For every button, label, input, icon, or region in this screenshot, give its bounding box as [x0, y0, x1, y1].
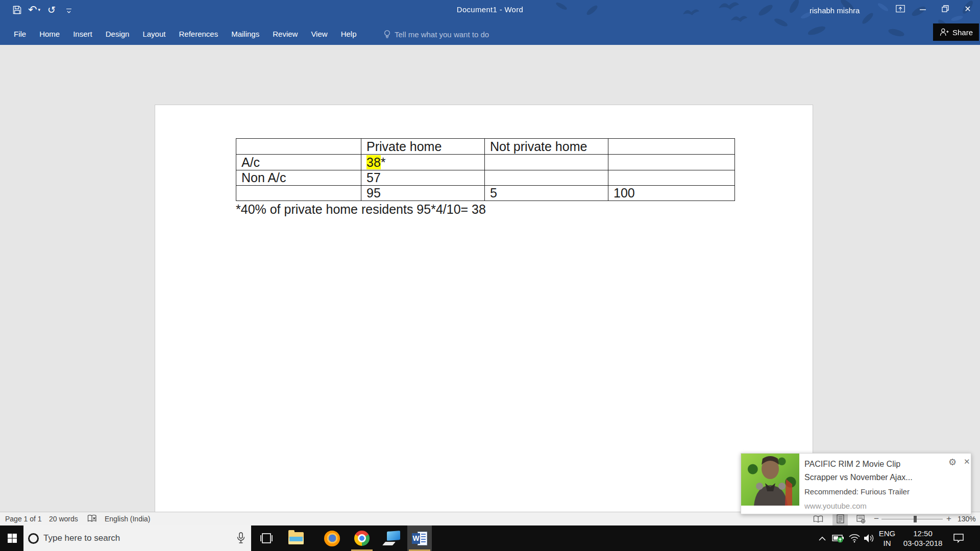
share-label: Share [952, 28, 973, 37]
action-center-button[interactable] [948, 525, 969, 551]
table-cell[interactable] [608, 139, 735, 155]
computer-button[interactable] [380, 525, 404, 551]
table-cell[interactable] [485, 155, 608, 170]
minimize-icon [920, 6, 926, 12]
tab-references[interactable]: References [172, 26, 225, 43]
table-cell-private-home-header[interactable]: Private home [361, 139, 485, 155]
proofing-errors-icon[interactable] [87, 514, 97, 524]
restore-button[interactable] [934, 0, 957, 17]
read-mode-icon [813, 515, 823, 523]
table-cell[interactable] [608, 155, 735, 170]
wifi-icon [849, 534, 860, 543]
lightbulb-icon [384, 30, 390, 39]
search-input[interactable] [43, 533, 212, 543]
tray-overflow-button[interactable] [816, 525, 829, 551]
document-area [0, 45, 980, 512]
word-app-icon: W [412, 532, 427, 545]
table-cell[interactable] [608, 170, 735, 186]
table-row: Non A/c 57 [236, 170, 735, 186]
chevron-up-icon [819, 536, 826, 541]
firefox-icon [324, 531, 340, 546]
speaker-icon [863, 533, 875, 543]
tab-layout[interactable]: Layout [136, 26, 172, 43]
share-button[interactable]: Share [933, 23, 979, 41]
task-view-icon [260, 532, 273, 544]
tab-review[interactable]: Review [266, 26, 304, 43]
table-cell-non-ac-value[interactable]: 57 [361, 170, 485, 186]
tell-me-label: Tell me what you want to do [395, 30, 489, 39]
computer-icon [384, 531, 400, 545]
table-cell-grand-total[interactable]: 100 [608, 186, 735, 201]
tab-help[interactable]: Help [334, 26, 363, 43]
table-cell-ac-label[interactable]: A/c [236, 155, 361, 170]
word-titlebar: ↶ ▾ ↺ Document1 - Word rishabh mishra [0, 0, 980, 45]
battery-status-button[interactable] [831, 525, 846, 551]
battery-charging-icon [832, 533, 845, 543]
chrome-notification[interactable]: PACIFIC RIM 2 Movie Clip Scrapper vs Nov… [741, 453, 971, 514]
ribbon-display-options-button[interactable] [889, 0, 912, 17]
tray-time: 12:50 [913, 529, 933, 538]
table-row: A/c 38* [236, 155, 735, 170]
wifi-status-button[interactable] [847, 525, 862, 551]
chrome-icon [354, 531, 370, 546]
table-cell-ac-value[interactable]: 38* [361, 155, 485, 170]
tab-design[interactable]: Design [99, 26, 136, 43]
non-ac-text: Non A/c [241, 170, 286, 185]
ribbon-tabs: File Home Insert Design Layout Reference… [7, 26, 363, 43]
volume-button[interactable] [862, 525, 877, 551]
word-count[interactable]: 20 words [49, 512, 78, 525]
notification-source: www.youtube.com [804, 502, 867, 510]
task-view-button[interactable] [254, 525, 279, 551]
notification-settings-icon[interactable]: ⚙ [948, 457, 957, 467]
table-cell-total-private[interactable]: 95 [361, 186, 485, 201]
microphone-icon[interactable] [237, 532, 245, 546]
table-row: Private home Not private home [236, 139, 735, 155]
footnote-text[interactable]: *40% of private home residents 95*4/10= … [236, 202, 486, 217]
table-cell[interactable] [236, 139, 361, 155]
start-button[interactable] [0, 525, 24, 551]
minimize-button[interactable] [912, 0, 934, 17]
web-layout-icon [856, 515, 866, 523]
table-cell[interactable] [236, 186, 361, 201]
action-center-icon [953, 533, 964, 543]
zoom-slider-track[interactable] [881, 519, 943, 519]
page-indicator[interactable]: Page 1 of 1 [5, 512, 42, 525]
table-cell-non-ac-label[interactable]: Non A/c [236, 170, 361, 186]
tab-file[interactable]: File [7, 26, 33, 43]
tab-view[interactable]: View [304, 26, 334, 43]
table-cell[interactable] [485, 170, 608, 186]
notification-close-icon[interactable]: ✕ [964, 457, 970, 466]
tab-insert[interactable]: Insert [66, 26, 99, 43]
cortana-icon[interactable] [28, 533, 39, 544]
file-explorer-icon [288, 532, 304, 544]
notification-title[interactable]: PACIFIC RIM 2 Movie Clip Scrapper vs Nov… [804, 458, 932, 484]
firefox-button[interactable] [320, 525, 344, 551]
clock-tray-button[interactable]: 12:50 03-03-2018 [899, 525, 946, 551]
tray-date: 03-03-2018 [903, 538, 943, 548]
table-cell-total-not-private[interactable]: 5 [485, 186, 608, 201]
desktop: ↶ ▾ ↺ Document1 - Word rishabh mishra [0, 0, 980, 551]
table-row: 95 5 100 [236, 186, 735, 201]
ribbon-display-icon [895, 4, 905, 13]
language-indicator[interactable]: English (India) [105, 512, 151, 525]
notification-thumbnail[interactable] [741, 454, 799, 506]
restore-icon [942, 5, 949, 12]
tab-mailings[interactable]: Mailings [225, 26, 266, 43]
taskbar-search[interactable] [23, 525, 251, 551]
chrome-button[interactable] [350, 525, 374, 551]
word-taskbar-button[interactable]: W [407, 525, 432, 551]
language-tray-button[interactable]: ENG IN [877, 525, 897, 551]
close-icon: ✕ [964, 4, 971, 14]
zoom-slider-thumb[interactable] [914, 516, 917, 522]
tell-me-box[interactable]: Tell me what you want to do [384, 26, 489, 43]
table-cell-not-private-home-header[interactable]: Not private home [485, 139, 608, 155]
file-explorer-button[interactable] [284, 525, 308, 551]
asterisk: * [381, 155, 386, 169]
share-person-icon [939, 28, 949, 37]
window-controls: ✕ [889, 0, 979, 17]
tab-home[interactable]: Home [33, 26, 66, 43]
windows-taskbar: W ENG [0, 525, 980, 551]
account-user-name[interactable]: rishabh mishra [810, 6, 860, 15]
close-button[interactable]: ✕ [957, 0, 979, 17]
windows-logo-icon [8, 534, 17, 543]
